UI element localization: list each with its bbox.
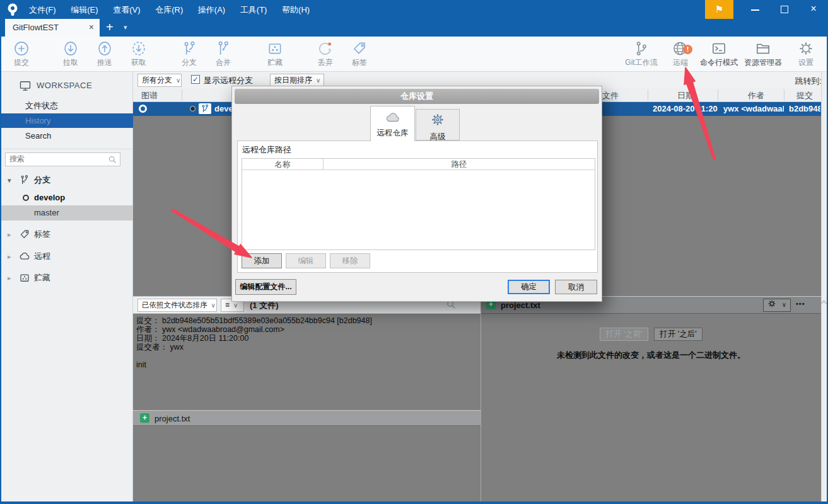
stash-box-icon	[19, 272, 30, 284]
menu-file[interactable]: 文件(F)	[23, 0, 62, 19]
tab-advanced[interactable]: 高级	[416, 109, 460, 140]
new-tab-button[interactable]: +	[106, 20, 114, 35]
tab-close-icon[interactable]: ×	[89, 22, 94, 32]
explorer-button[interactable]: 资源管理器	[742, 39, 784, 71]
remove-button[interactable]: 移除	[330, 253, 370, 268]
chevron-down-icon[interactable]: ▾	[8, 173, 11, 188]
commit-info: 提交： b2db948e505b51bdf55389e03e0a055b24bb…	[133, 314, 481, 410]
commit-hash: b2db948	[789, 104, 820, 113]
branch-develop[interactable]: develop	[0, 190, 133, 205]
tree-remotes[interactable]: ▸ 远程	[0, 249, 133, 264]
add-button[interactable]: 添加	[242, 253, 282, 268]
dialog-title[interactable]: 仓库设置	[235, 89, 599, 104]
commit-button[interactable]: 提交	[1, 39, 42, 71]
show-remote-checkbox[interactable]: ✓	[191, 75, 200, 84]
sidebar-item-search[interactable]: Search	[0, 129, 133, 143]
terminal-icon	[711, 40, 727, 57]
sidebar-search-input[interactable]	[9, 154, 104, 163]
menu-icon: ≡	[225, 301, 230, 309]
tree-branches[interactable]: ▾ 分支	[0, 173, 133, 188]
gitflow-icon	[633, 40, 650, 57]
tab-remote-repos[interactable]: 远程仓库	[370, 106, 415, 141]
cancel-button[interactable]: 取消	[555, 280, 597, 294]
col-path[interactable]: 路径	[324, 159, 595, 170]
scroll-up-icon[interactable]	[821, 300, 827, 306]
dropdown-icon: ∨	[782, 301, 786, 308]
dropdown-icon: ∨	[211, 302, 216, 309]
menu-edit[interactable]: 编辑(E)	[64, 0, 104, 19]
folder-icon	[755, 40, 771, 57]
cloud-icon	[19, 251, 30, 262]
gitflow-button[interactable]: Git工作流	[621, 39, 662, 71]
sort-dropdown[interactable]: 按日期排序∨	[270, 74, 324, 87]
sidebar-item-file-status[interactable]: 文件状态	[0, 98, 133, 113]
commit-detail-pane: 已依照文件状态排序∨ ≡∨ (1 文件) 提交： b2db948e505b51b…	[133, 296, 481, 501]
open-before-button[interactable]: 打开 '之前'	[600, 328, 648, 341]
col-author[interactable]: 作者	[748, 90, 764, 101]
branch-master[interactable]: master	[0, 205, 133, 220]
graph-node-icon	[139, 105, 147, 113]
col-commit[interactable]: 提交	[796, 90, 813, 101]
branch-filter-dropdown[interactable]: 所有分支∨	[137, 74, 182, 87]
menu-bar: 文件(F) 编辑(E) 查看(V) 仓库(R) 操作(A) 工具(T) 帮助(H…	[0, 0, 828, 19]
arrow-down-dashed-circle-icon	[131, 40, 147, 57]
fetch-button[interactable]: 获取	[119, 39, 159, 71]
menu-help[interactable]: 帮助(H)	[276, 0, 316, 19]
merge-button[interactable]: 合并	[203, 39, 243, 71]
settings-button[interactable]: 设置	[786, 39, 826, 71]
minimize-icon	[751, 9, 759, 11]
plus-circle-icon	[13, 40, 30, 57]
dropdown-icon: ∨	[316, 77, 320, 84]
menu-tools[interactable]: 工具(T)	[234, 0, 274, 19]
menu-repository[interactable]: 仓库(R)	[149, 0, 189, 19]
vertical-scrollbar[interactable]	[821, 72, 827, 501]
tag-button[interactable]: 标签	[339, 39, 380, 71]
col-graph[interactable]: 图谱	[141, 90, 158, 101]
tree-stashes[interactable]: ▸ 贮藏	[0, 270, 133, 285]
stash-box-icon	[267, 40, 283, 57]
branch-icon	[200, 104, 210, 113]
remote-alert-badge: !	[683, 45, 692, 54]
edit-config-button[interactable]: 编辑配置文件...	[235, 279, 296, 295]
chevron-right-icon[interactable]: ▸	[8, 227, 11, 242]
tab-list-dropdown-icon[interactable]: ▾	[124, 23, 127, 32]
commit-date: 2024-08-20 11:20	[653, 104, 719, 113]
ok-button[interactable]: 确定	[508, 280, 550, 294]
branch-icon	[181, 40, 197, 57]
sourcetree-logo-icon	[5, 2, 21, 17]
repo-tab[interactable]: GitFlowtEST ×	[5, 19, 100, 37]
branch-icon	[19, 175, 30, 185]
file-row[interactable]: + project.txt	[133, 410, 481, 426]
terminal-button[interactable]: 命令行模式	[697, 39, 740, 71]
edit-button[interactable]: 编辑	[286, 253, 326, 268]
maximize-button[interactable]	[771, 0, 798, 19]
gear-icon	[430, 112, 445, 127]
commit-author-line: 作者： ywx <wdadwaabroad@gmail.com>	[136, 325, 481, 334]
chevron-right-icon[interactable]: ▸	[8, 249, 11, 264]
tab-bar: GitFlowtEST × + ▾	[0, 19, 828, 37]
sidebar-search-box[interactable]	[5, 152, 120, 166]
diff-file-name: project.txt	[501, 301, 540, 310]
minimize-button[interactable]	[742, 0, 769, 19]
maximize-icon	[781, 6, 788, 13]
flag-button[interactable]: ⚑	[705, 0, 733, 19]
window-border	[0, 0, 1, 504]
sidebar-item-history[interactable]: History	[0, 113, 133, 128]
stash-button[interactable]: 贮藏	[255, 39, 295, 71]
close-window-button[interactable]: ×	[800, 0, 827, 19]
menu-actions[interactable]: 操作(A)	[192, 0, 231, 19]
more-options-icon[interactable]: •••	[796, 300, 805, 307]
file-sort-dropdown[interactable]: 已依照文件状态排序∨	[137, 299, 217, 312]
remote-button[interactable]: 远端 !	[660, 39, 701, 71]
col-name[interactable]: 名称	[242, 159, 323, 170]
workspace-header: WORKSPACE	[19, 81, 92, 90]
diff-options-button[interactable]: ∨	[763, 299, 791, 312]
show-remote-label: 显示远程分支	[204, 75, 253, 86]
remote-paths-table[interactable]: 名称 路径	[242, 158, 595, 250]
tree-tags[interactable]: ▸ 标签	[0, 227, 133, 242]
menu-view[interactable]: 查看(V)	[107, 0, 146, 19]
chevron-right-icon[interactable]: ▸	[8, 270, 11, 285]
check-icon: ✓	[192, 75, 199, 84]
open-after-button[interactable]: 打开 '之后'	[654, 328, 702, 341]
col-date[interactable]: 日期	[677, 90, 694, 101]
